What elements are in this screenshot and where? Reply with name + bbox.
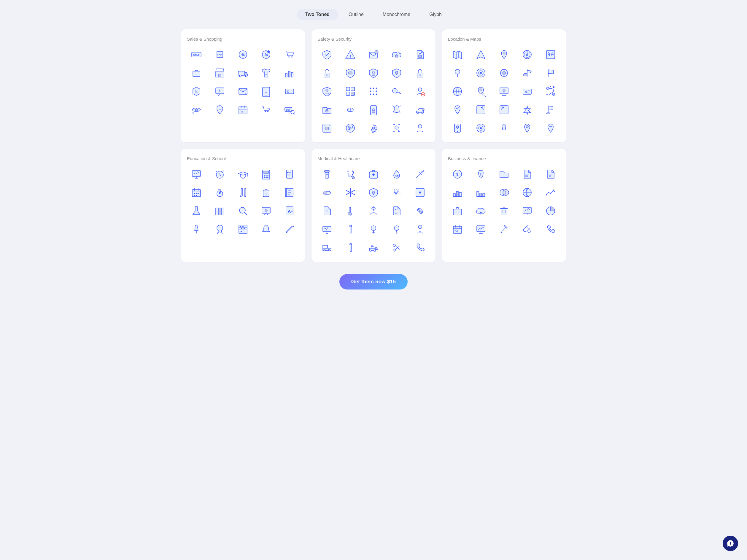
flag-map-icon[interactable]: [543, 103, 558, 117]
flag-icon[interactable]: [543, 66, 558, 80]
pen-tool-icon[interactable]: [497, 222, 511, 236]
medical-cross-box-icon[interactable]: [413, 185, 427, 199]
document-icon[interactable]: [543, 167, 558, 181]
shield-id-icon[interactable]: [343, 66, 358, 80]
cta-button[interactable]: Get them now $15: [339, 274, 408, 290]
folder-lock-icon[interactable]: [320, 103, 334, 117]
calculator-icon[interactable]: [259, 167, 273, 181]
medal-icon[interactable]: [213, 185, 227, 199]
globe-icon[interactable]: [450, 84, 465, 99]
folder-business-icon[interactable]: [497, 167, 511, 181]
presentation-icon[interactable]: [189, 167, 204, 181]
monitor-location-icon[interactable]: [497, 84, 511, 99]
graduation-cap-icon[interactable]: [236, 167, 250, 181]
compass-icon[interactable]: [520, 48, 534, 62]
trend-line-icon[interactable]: [543, 185, 558, 199]
key-icon[interactable]: [389, 84, 404, 99]
venn-diagram-icon[interactable]: [497, 185, 511, 199]
signpost-icon[interactable]: [520, 66, 534, 80]
pin-icon[interactable]: [497, 48, 511, 62]
user-security-icon[interactable]: [413, 121, 427, 135]
open-sign-icon[interactable]: OPEN: [213, 48, 227, 62]
navigation-icon[interactable]: [474, 48, 488, 62]
car-lock-icon[interactable]: [413, 103, 427, 117]
buy-search-icon[interactable]: BUY: [282, 103, 297, 117]
trash-icon[interactable]: [497, 204, 511, 218]
magnifier-icon[interactable]: [236, 204, 250, 218]
route-icon[interactable]: [543, 84, 558, 99]
target-icon[interactable]: [474, 66, 488, 80]
chat-bubble[interactable]: [723, 536, 738, 551]
radar-location-icon[interactable]: [474, 121, 488, 135]
shield-check-icon[interactable]: [320, 48, 334, 62]
certificate-icon[interactable]: [259, 204, 273, 218]
location-shield-icon[interactable]: [389, 66, 404, 80]
thumbtack-icon[interactable]: [189, 222, 204, 236]
band-aid-icon[interactable]: [413, 204, 427, 218]
cart-icon[interactable]: [282, 48, 297, 62]
books-icon[interactable]: [213, 204, 227, 218]
push-pin-icon[interactable]: [497, 121, 511, 135]
briefcase-icon[interactable]: [450, 204, 465, 218]
test-tubes-icon[interactable]: [236, 185, 250, 199]
user-blocked-icon[interactable]: [413, 84, 427, 99]
file-lock-icon[interactable]: [413, 48, 427, 62]
tshirt-sale-icon[interactable]: %: [259, 66, 273, 80]
gear-security-icon[interactable]: [366, 121, 381, 135]
tab-two-toned[interactable]: Two Toned: [297, 9, 338, 20]
delivery-truck-icon[interactable]: [236, 66, 250, 80]
monitor-chart-icon[interactable]: [474, 222, 488, 236]
alarm-clock-icon[interactable]: [213, 167, 227, 181]
checklist-icon[interactable]: [282, 167, 297, 181]
test-tube-icon[interactable]: [343, 241, 358, 255]
capsule-icon[interactable]: [320, 185, 334, 199]
bar-chart-shop-icon[interactable]: [282, 66, 297, 80]
flask-icon[interactable]: [189, 204, 204, 218]
turn-right-icon[interactable]: [474, 103, 488, 117]
mail-coupon-icon[interactable]: %: [236, 84, 250, 99]
stethoscope-icon[interactable]: [343, 167, 358, 181]
vial-icon[interactable]: [343, 222, 358, 236]
shield-lock-icon[interactable]: [366, 66, 381, 80]
sale-tag-icon[interactable]: SALE: [189, 48, 204, 62]
tab-monochrome[interactable]: Monochrome: [375, 9, 419, 20]
circuit-lock-icon[interactable]: [320, 121, 334, 135]
tab-glyph[interactable]: Glyph: [421, 9, 450, 20]
asterisk-medical-icon[interactable]: [343, 185, 358, 199]
ambulance-icon[interactable]: [366, 241, 381, 255]
bar-chart-up-icon[interactable]: [450, 185, 465, 199]
scissors-medical-icon[interactable]: [389, 241, 404, 255]
map-icon[interactable]: [450, 48, 465, 62]
bell-icon[interactable]: [259, 222, 273, 236]
dots-pattern-icon[interactable]: [366, 84, 381, 99]
grade-a-icon[interactable]: A+: [282, 204, 297, 218]
calendar-discount-icon[interactable]: %: [236, 103, 250, 117]
map-pin-search-icon[interactable]: [474, 84, 488, 99]
female-medical-icon[interactable]: [366, 222, 381, 236]
cart-percent-icon[interactable]: %: [259, 103, 273, 117]
ribbon-icon[interactable]: [213, 222, 227, 236]
phone-medical-icon[interactable]: [413, 241, 427, 255]
store-icon[interactable]: [213, 66, 227, 80]
heartbeat-icon[interactable]: [389, 185, 404, 199]
discount-tag-icon[interactable]: %: [236, 48, 250, 62]
discount-sticker-icon[interactable]: %: [189, 84, 204, 99]
price-chat-icon[interactable]: $: [213, 84, 227, 99]
directions-icon[interactable]: [543, 48, 558, 62]
paperclip-icon[interactable]: [520, 222, 534, 236]
alarm-bell-icon[interactable]: [389, 103, 404, 117]
hospital-bed-icon[interactable]: [320, 241, 334, 255]
nurse-icon[interactable]: [366, 204, 381, 218]
calendar-30-icon[interactable]: 30: [450, 222, 465, 236]
medical-report-icon[interactable]: [389, 204, 404, 218]
shield-heart-icon[interactable]: [366, 185, 381, 199]
monitor-heart-icon[interactable]: [320, 222, 334, 236]
secure-mail-icon[interactable]: [366, 48, 381, 62]
dollar-sign-icon[interactable]: $: [282, 84, 297, 99]
money-bag-icon[interactable]: $: [474, 167, 488, 181]
lock-icon[interactable]: [413, 66, 427, 80]
medical-instrument-icon[interactable]: [389, 222, 404, 236]
medicine-bottle-icon[interactable]: [320, 167, 334, 181]
user-shield-icon[interactable]: [320, 84, 334, 99]
unlock-icon[interactable]: [320, 66, 334, 80]
